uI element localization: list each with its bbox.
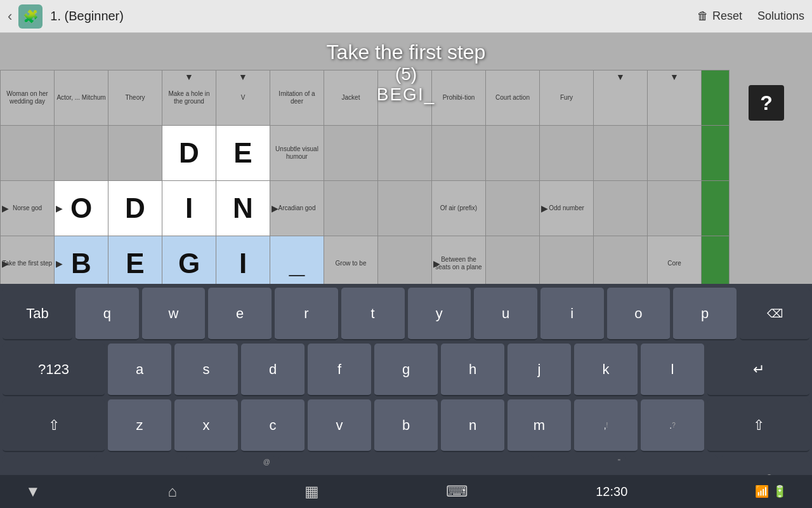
key-z[interactable]: z bbox=[108, 399, 171, 452]
grid-cell[interactable]: Between the seats on a plane▶ bbox=[432, 236, 486, 284]
grid-cell[interactable]: B▶ bbox=[55, 236, 108, 284]
page-title: 1. (Beginner) bbox=[50, 9, 697, 23]
grid-cell[interactable]: ▼ bbox=[594, 70, 648, 126]
key-shift-right[interactable]: ⇧ bbox=[707, 399, 809, 452]
grid-cell[interactable]: Woman on her wedding day bbox=[1, 70, 55, 126]
nav-down-icon[interactable]: ▼ bbox=[25, 483, 41, 500]
key-v[interactable]: v bbox=[308, 399, 371, 452]
grid-cell[interactable] bbox=[702, 236, 730, 284]
grid-cell[interactable]: Make a hole in the ground▼ bbox=[162, 70, 216, 126]
grid-cell[interactable]: E bbox=[216, 126, 270, 181]
grid-cell[interactable] bbox=[594, 236, 648, 284]
grid-cell[interactable] bbox=[648, 181, 702, 236]
key-b[interactable]: b bbox=[374, 399, 438, 452]
grid-cell[interactable]: Core bbox=[648, 236, 702, 284]
grid-cell[interactable] bbox=[378, 126, 432, 181]
grid-cell[interactable]: Unsubtle visual humour bbox=[270, 126, 324, 181]
back-button[interactable]: ‹ bbox=[8, 8, 12, 25]
key-y[interactable]: y bbox=[408, 288, 471, 340]
key-m[interactable]: m bbox=[508, 399, 571, 452]
grid-cell[interactable]: V▼ bbox=[216, 70, 270, 126]
key-x[interactable]: x bbox=[174, 399, 238, 452]
key-shift-left[interactable]: ⇧ bbox=[3, 399, 105, 452]
key-g[interactable]: g bbox=[374, 344, 438, 396]
key-t[interactable]: t bbox=[341, 288, 405, 340]
key-e[interactable]: e bbox=[208, 288, 272, 340]
key-q[interactable]: q bbox=[75, 288, 139, 340]
key-period[interactable]: .? bbox=[641, 399, 704, 452]
key-enter[interactable]: ↵ bbox=[707, 344, 809, 396]
grid-cell[interactable] bbox=[594, 181, 648, 236]
grid-cell[interactable]: Of air (prefix) bbox=[432, 181, 486, 236]
grid-cell[interactable]: Jacket bbox=[324, 70, 378, 126]
grid-cell[interactable]: Theory bbox=[108, 70, 162, 126]
grid-cell[interactable]: Odd number▶ bbox=[540, 181, 594, 236]
grid-cell[interactable]: Prohibi-tion bbox=[432, 70, 486, 126]
grid-cell[interactable] bbox=[324, 126, 378, 181]
grid-cell[interactable]: I bbox=[216, 236, 270, 284]
grid-cell[interactable]: N bbox=[216, 181, 270, 236]
grid-cell[interactable] bbox=[378, 70, 432, 126]
grid-cell[interactable] bbox=[1, 126, 55, 181]
grid-cell[interactable] bbox=[432, 126, 486, 181]
key-h[interactable]: h bbox=[441, 344, 504, 396]
key-tab[interactable]: Tab bbox=[3, 288, 72, 340]
grid-cell[interactable] bbox=[378, 236, 432, 284]
grid-cell[interactable] bbox=[324, 181, 378, 236]
grid-cell[interactable] bbox=[108, 126, 162, 181]
key-k[interactable]: k bbox=[574, 344, 638, 396]
grid-cell[interactable] bbox=[55, 126, 108, 181]
key-d[interactable]: d bbox=[241, 344, 304, 396]
key-r[interactable]: r bbox=[275, 288, 338, 340]
key-n[interactable]: n bbox=[441, 399, 504, 452]
key-j[interactable]: j bbox=[508, 344, 571, 396]
grid-cell[interactable]: I bbox=[162, 181, 216, 236]
question-button[interactable]: ? bbox=[749, 85, 784, 121]
grid-cell[interactable]: G bbox=[162, 236, 216, 284]
key-p[interactable]: p bbox=[673, 288, 737, 340]
grid-cell[interactable] bbox=[702, 70, 730, 126]
key-i[interactable]: i bbox=[540, 288, 604, 340]
grid-cell[interactable]: Actor, ... Mitchum bbox=[55, 70, 108, 126]
nav-keyboard-icon[interactable]: ⌨ bbox=[446, 483, 468, 500]
key-u[interactable]: u bbox=[474, 288, 537, 340]
grid-cell[interactable]: Take the first step▶ bbox=[1, 236, 55, 284]
key-w[interactable]: w bbox=[142, 288, 206, 340]
battery-area: 📶 🔋 bbox=[755, 485, 787, 498]
grid-cell[interactable]: O▶ bbox=[55, 181, 108, 236]
grid-cell[interactable] bbox=[594, 126, 648, 181]
grid-cell[interactable]: D bbox=[162, 126, 216, 181]
grid-cell[interactable] bbox=[486, 126, 540, 181]
key-a[interactable]: a bbox=[108, 344, 171, 396]
key-o[interactable]: o bbox=[607, 288, 671, 340]
grid-cell[interactable] bbox=[702, 126, 730, 181]
grid-cell[interactable]: Court action bbox=[486, 70, 540, 126]
key-c[interactable]: c bbox=[241, 399, 304, 452]
grid-cell[interactable] bbox=[540, 126, 594, 181]
grid-cell[interactable]: Arcadian god▶ bbox=[270, 181, 324, 236]
grid-cell[interactable] bbox=[486, 236, 540, 284]
grid-cell[interactable]: Imitation of a deer bbox=[270, 70, 324, 126]
solutions-button[interactable]: Solutions bbox=[757, 10, 804, 23]
nav-home-icon[interactable]: ⌂ bbox=[168, 483, 178, 500]
grid-cell[interactable]: Fury bbox=[540, 70, 594, 126]
grid-cell[interactable]: Grow to be bbox=[324, 236, 378, 284]
reset-button[interactable]: 🗑 Reset bbox=[697, 10, 742, 23]
nav-apps-icon[interactable]: ▦ bbox=[304, 483, 319, 500]
key-backspace[interactable]: ⌫ bbox=[740, 288, 809, 340]
grid-cell[interactable] bbox=[540, 236, 594, 284]
key-123[interactable]: ?123 bbox=[3, 344, 105, 396]
grid-cell[interactable]: _ bbox=[270, 236, 324, 284]
grid-cell[interactable] bbox=[702, 181, 730, 236]
grid-cell[interactable]: E bbox=[108, 236, 162, 284]
key-s[interactable]: s bbox=[174, 344, 238, 396]
key-comma[interactable]: ,! bbox=[574, 399, 638, 452]
key-f[interactable]: f bbox=[308, 344, 371, 396]
grid-cell[interactable] bbox=[486, 181, 540, 236]
grid-cell[interactable] bbox=[378, 181, 432, 236]
grid-cell[interactable]: D bbox=[108, 181, 162, 236]
grid-cell[interactable] bbox=[648, 126, 702, 181]
grid-cell[interactable]: Norse god▶ bbox=[1, 181, 55, 236]
grid-cell[interactable]: ▼ bbox=[648, 70, 702, 126]
key-l[interactable]: l bbox=[641, 344, 704, 396]
